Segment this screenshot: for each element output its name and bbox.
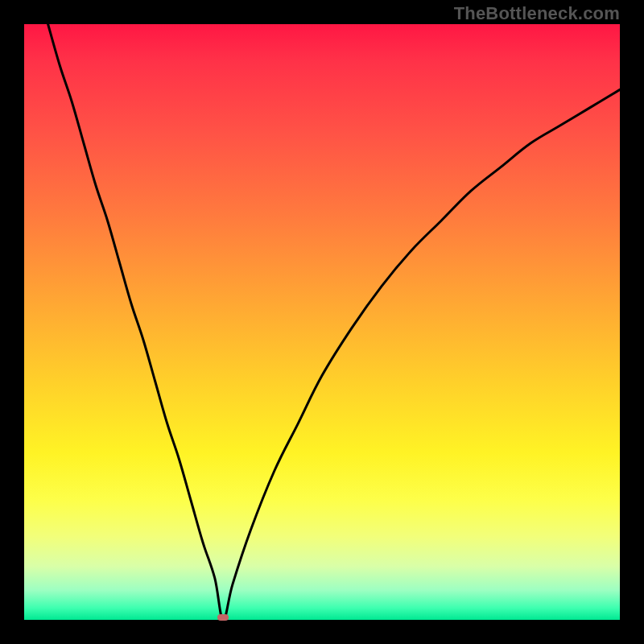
curve-svg bbox=[24, 24, 620, 620]
watermark-text: TheBottleneck.com bbox=[454, 3, 620, 24]
bottleneck-curve bbox=[48, 24, 620, 620]
optimum-marker bbox=[217, 614, 229, 621]
chart-frame: TheBottleneck.com bbox=[0, 0, 644, 644]
plot-area bbox=[24, 24, 620, 620]
